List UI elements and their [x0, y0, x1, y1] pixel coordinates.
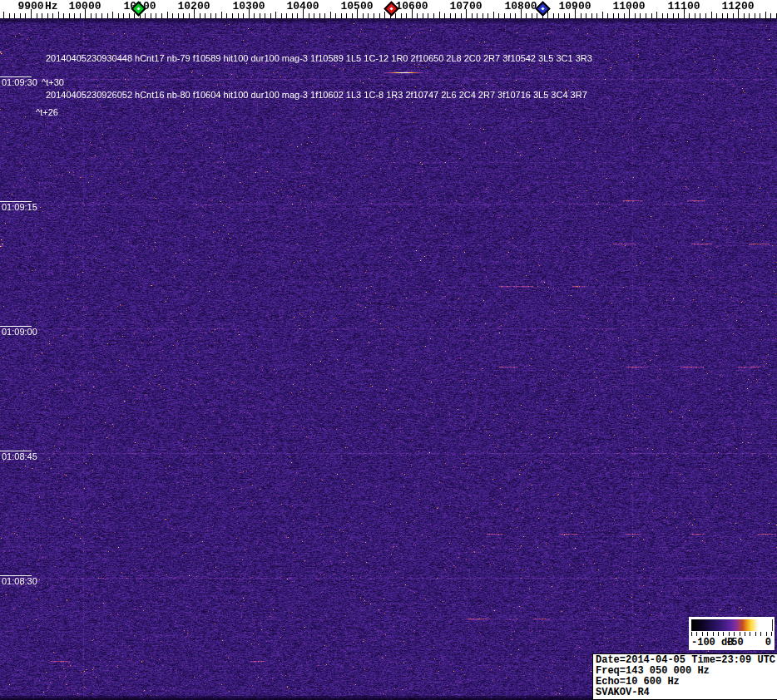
detection-annotation: 20140405230926052 hCnt16 nb-80 f10604 hi… [46, 90, 587, 100]
time-label-text: 01:09:00 [2, 327, 37, 337]
time-label-text: 01:08:30 [2, 576, 37, 586]
freq-tick-label: 11000 [604, 0, 654, 12]
spectrogram-canvas [0, 0, 777, 700]
info-station-name: SVAKOV-R4 [596, 688, 777, 698]
colorbar-tick-ruler [691, 632, 772, 636]
freq-tick-label: 10000 [60, 0, 110, 12]
colorbar-label-mid: -50 [725, 637, 744, 648]
meteor-spectrogram-app: 9900100001010010200103001040010500106001… [0, 0, 777, 700]
freq-tick-label: 10900 [550, 0, 600, 12]
marker-center-dot [389, 7, 393, 10]
time-label-text: 01:09:15 [2, 202, 37, 212]
freq-tick-label: 10700 [441, 0, 491, 12]
freq-tick-label: 11100 [659, 0, 709, 12]
marker-center-dot [541, 7, 544, 10]
freq-tick-label: 10200 [169, 0, 219, 12]
freq-tick-label: 11200 [713, 0, 763, 12]
detection-time-marker: ^t+26 [36, 107, 58, 117]
freq-tick-label: 10300 [224, 0, 274, 12]
marker-center-dot [136, 7, 140, 10]
frequency-unit-label: Hz [45, 0, 58, 12]
freq-tick-label: 10500 [332, 0, 382, 12]
time-label-text: 01:09:30 [2, 77, 37, 87]
time-label-text: 01:08:45 [2, 451, 37, 461]
freq-tick-label: 10400 [278, 0, 328, 12]
colorbar: -100 dB -50 0 [689, 617, 775, 650]
detection-time-marker: ^t+30 [42, 77, 64, 87]
detection-annotation: 20140405230930448 hCnt17 nb-79 f10589 hi… [46, 53, 592, 63]
colorbar-label-max: 0 [765, 637, 771, 648]
station-info-box: Date=2014-04-05 Time=23:09 UTC Freq=143 … [592, 653, 777, 700]
colorbar-gradient [691, 619, 773, 631]
frequency-ruler: 9900100001010010200103001040010500106001… [0, 0, 777, 18]
